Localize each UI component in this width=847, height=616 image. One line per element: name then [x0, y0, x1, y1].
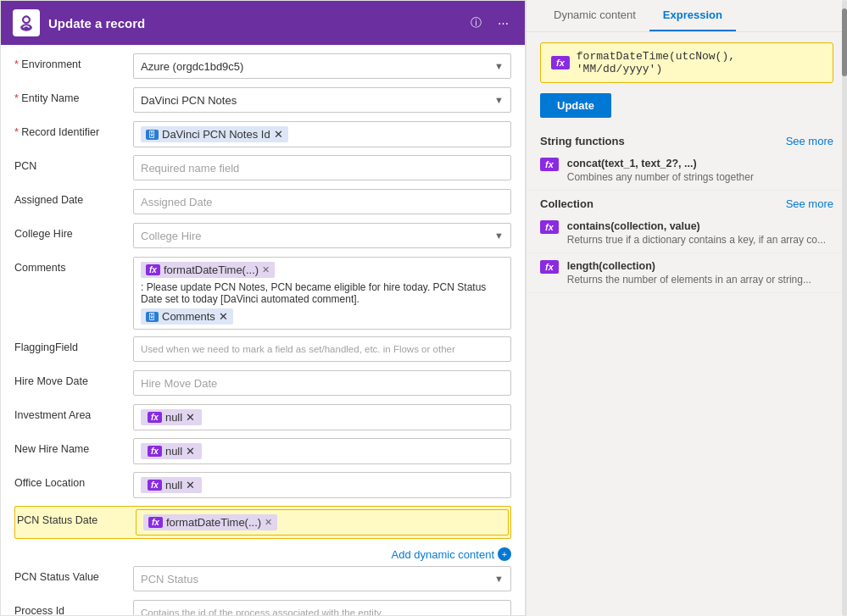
- label-process-id: Process Id: [14, 600, 133, 616]
- tag-record-id: 🗄 DaVinci PCN Notes Id ✕: [141, 126, 288, 142]
- input-college-hire[interactable]: College Hire ▼: [133, 223, 511, 248]
- collection-header: Collection See more: [527, 191, 847, 214]
- fx-badge: fx: [551, 56, 570, 69]
- svg-point-1: [21, 25, 32, 31]
- input-flagging[interactable]: Used when we need to mark a field as set…: [133, 336, 511, 362]
- label-office-location: Office Location: [14, 472, 133, 489]
- field-row-record-id: Record Identifier 🗄 DaVinci PCN Notes Id…: [14, 121, 511, 148]
- close-icon[interactable]: ✕: [265, 517, 272, 528]
- field-row-new-hire-name: New Hire Name fx null ✕: [14, 438, 511, 465]
- right-scroll-area: fx formatDateTime(utcNow(), 'MM/dd/yyyy'…: [527, 32, 847, 616]
- tag-investment-null: fx null ✕: [141, 409, 202, 425]
- collection-see-more[interactable]: See more: [786, 197, 833, 210]
- tag-new-hire-null: fx null ✕: [141, 443, 202, 459]
- tab-expression[interactable]: Expression: [649, 0, 736, 31]
- db-icon: 🗄: [146, 312, 159, 322]
- left-panel: Update a record ⓘ ⋯ Environment Azure (o…: [0, 0, 526, 616]
- input-investment-area[interactable]: fx null ✕: [133, 404, 511, 430]
- update-button[interactable]: Update: [540, 93, 611, 118]
- fx-icon: fx: [540, 158, 559, 171]
- input-office-location[interactable]: fx null ✕: [133, 472, 511, 498]
- fx-icon: fx: [148, 480, 162, 491]
- right-panel: Dynamic content Expression fx formatDate…: [526, 0, 847, 616]
- fx-icon: fx: [148, 446, 162, 457]
- tag-formatdatetime-comments: fx formatDateTime(...) ✕: [141, 262, 275, 278]
- function-length[interactable]: fx length(collection) Returns the number…: [527, 253, 847, 293]
- function-concat-name: concat(text_1, text_2?, ...): [567, 158, 754, 169]
- close-icon[interactable]: ✕: [186, 479, 195, 491]
- add-dynamic-content[interactable]: Add dynamic content +: [133, 546, 511, 566]
- card-title: Update a record: [48, 16, 457, 31]
- label-new-hire-name: New Hire Name: [14, 438, 133, 455]
- more-icon[interactable]: ⋯: [493, 13, 513, 33]
- field-row-comments: Comments fx formatDateTime(...) ✕ : Plea…: [14, 257, 511, 330]
- input-process-id[interactable]: Contains the id of the process associate…: [133, 600, 511, 616]
- field-row-pcn-status-date: PCN Status Date fx formatDateTime(...) ✕: [14, 506, 511, 539]
- db-icon: 🗄: [146, 130, 159, 140]
- card-icon: [13, 9, 40, 36]
- info-icon[interactable]: ⓘ: [465, 13, 486, 33]
- function-contains-desc: Returns true if a dictionary contains a …: [567, 234, 826, 246]
- expression-box: fx formatDateTime(utcNow(), 'MM/dd/yyyy'…: [540, 42, 833, 83]
- label-pcn: PCN: [14, 155, 133, 172]
- field-row-pcn-status-value: PCN Status Value PCN Status ▼: [14, 566, 511, 593]
- label-environment: Environment: [14, 53, 133, 70]
- header-actions: ⓘ ⋯: [465, 13, 513, 33]
- fx-icon: fx: [540, 220, 559, 234]
- tab-dynamic-content[interactable]: Dynamic content: [540, 0, 649, 31]
- label-flagging: FlaggingField: [14, 336, 133, 353]
- label-record-id: Record Identifier: [14, 121, 133, 138]
- chevron-down-icon: ▼: [494, 61, 504, 71]
- label-assigned-date: Assigned Date: [14, 189, 133, 206]
- function-length-desc: Returns the number of elements in an arr…: [567, 274, 811, 286]
- fx-icon: fx: [146, 264, 160, 275]
- input-environment[interactable]: Azure (orgdc1bd9c5) ▼: [133, 53, 511, 79]
- collection-title: Collection: [540, 197, 593, 210]
- tag-pcn-status-fx: fx formatDateTime(...) ✕: [143, 514, 277, 530]
- input-pcn-status-value[interactable]: PCN Status ▼: [133, 566, 511, 591]
- input-entity-name[interactable]: DaVinci PCN Notes ▼: [133, 87, 511, 113]
- function-contains-name: contains(collection, value): [567, 220, 826, 232]
- input-record-id[interactable]: 🗄 DaVinci PCN Notes Id ✕: [133, 121, 511, 147]
- close-icon[interactable]: ✕: [219, 310, 228, 323]
- string-functions-title: String functions: [540, 135, 625, 147]
- card-header: Update a record ⓘ ⋯: [1, 1, 525, 45]
- close-icon[interactable]: ✕: [262, 264, 270, 275]
- scrollbar-thumb[interactable]: [842, 8, 847, 76]
- close-icon[interactable]: ✕: [186, 411, 195, 424]
- function-contains[interactable]: fx contains(collection, value) Returns t…: [527, 214, 847, 253]
- fx-icon: fx: [148, 517, 163, 528]
- tag-comments-db: 🗄 Comments ✕: [141, 308, 233, 325]
- plus-icon: +: [498, 547, 511, 561]
- function-concat[interactable]: fx concat(text_1, text_2?, ...) Combines…: [527, 151, 847, 191]
- chevron-down-icon: ▼: [494, 230, 504, 241]
- input-assigned-date[interactable]: Assigned Date: [133, 189, 511, 214]
- field-row-office-location: Office Location fx null ✕: [14, 472, 511, 499]
- label-hire-move-date: Hire Move Date: [14, 370, 133, 387]
- input-hire-move-date[interactable]: Hire Move Date: [133, 370, 511, 396]
- field-row-assigned-date: Assigned Date Assigned Date: [14, 189, 511, 216]
- field-row-environment: Environment Azure (orgdc1bd9c5) ▼: [14, 53, 511, 80]
- chevron-down-icon: ▼: [494, 574, 504, 584]
- close-icon[interactable]: ✕: [186, 445, 195, 458]
- input-new-hire-name[interactable]: fx null ✕: [133, 438, 511, 464]
- tag-office-null: fx null ✕: [141, 477, 202, 493]
- field-row-college-hire: College Hire College Hire ▼: [14, 223, 511, 250]
- input-pcn[interactable]: Required name field: [133, 155, 511, 180]
- field-row-entity-name: Entity Name DaVinci PCN Notes ▼: [14, 87, 511, 114]
- fx-icon: fx: [540, 260, 559, 274]
- string-functions-header: String functions See more: [527, 128, 847, 151]
- label-entity-name: Entity Name: [14, 87, 133, 104]
- field-row-hire-move-date: Hire Move Date Hire Move Date: [14, 370, 511, 397]
- field-row-investment-area: Investment Area fx null ✕: [14, 404, 511, 431]
- input-comments[interactable]: fx formatDateTime(...) ✕ : Please update…: [133, 257, 511, 330]
- label-pcn-status-value: PCN Status Value: [14, 566, 133, 583]
- card-body: Environment Azure (orgdc1bd9c5) ▼ Entity…: [1, 45, 525, 616]
- input-pcn-status-date[interactable]: fx formatDateTime(...) ✕: [136, 509, 509, 536]
- close-icon[interactable]: ✕: [274, 128, 283, 141]
- svg-point-2: [24, 18, 29, 22]
- string-functions-see-more[interactable]: See more: [786, 135, 833, 147]
- expression-value: formatDateTime(utcNow(), 'MM/dd/yyyy'): [577, 50, 822, 75]
- tabs-row: Dynamic content Expression: [527, 0, 847, 32]
- scrollbar-track: [842, 0, 847, 616]
